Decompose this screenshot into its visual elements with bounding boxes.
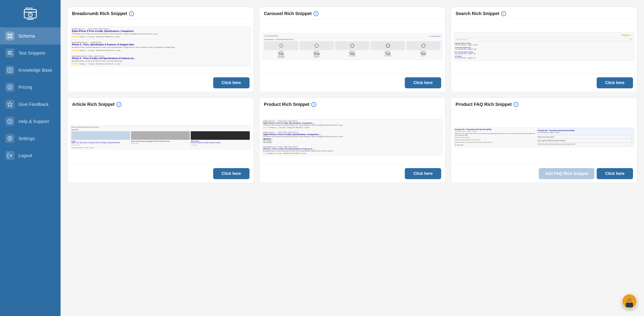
give-feedback-label: Give Feedback — [18, 102, 49, 107]
svg-rect-13 — [8, 53, 11, 53]
knowledge-base-icon — [6, 66, 14, 75]
card-carousel: Carousel Rich Snippet i 🔍 g shock watche… — [259, 7, 446, 92]
snippets-grid: Breadcrumb Rich Snippet i gadgets.ndtv.c… — [67, 7, 637, 183]
card-product-title: Product Rich Snippet — [264, 102, 310, 107]
product-faq-info-icon[interactable]: i — [514, 102, 518, 107]
card-search-title: Search Rich Snippet — [456, 11, 499, 16]
sidebar-item-knowledge-base[interactable]: Knowledge Base — [0, 62, 60, 79]
svg-rect-9 — [10, 34, 12, 36]
breadcrumb-info-icon[interactable]: i — [129, 11, 134, 16]
sidebar-item-settings[interactable]: Settings — [0, 130, 60, 147]
card-article-title: Article Rich Snippet — [72, 102, 115, 107]
card-article-footer: Click here — [68, 165, 254, 183]
card-product: Product Rich Snippet i gadgets.ndtv.com … — [259, 98, 446, 183]
svg-rect-14 — [8, 54, 10, 54]
help-support-label: Help & Support — [18, 119, 49, 124]
search-info-icon[interactable]: i — [501, 11, 506, 16]
pricing-label: Pricing — [18, 85, 32, 90]
svg-text:$: $ — [9, 86, 11, 89]
svg-point-25 — [9, 138, 11, 139]
svg-point-30 — [350, 44, 354, 47]
card-article-preview: About 31,20,00,000 results (0.48 seconds… — [68, 110, 254, 165]
svg-point-28 — [280, 45, 282, 47]
breadcrumb-click-here-button[interactable]: Click here — [213, 77, 250, 88]
card-article: Article Rich Snippet i About 31,20,00,00… — [67, 98, 254, 183]
card-product-faq: Product FAQ Rich Snippet i Example Site … — [451, 98, 637, 183]
card-search-footer: Click here — [451, 74, 637, 92]
card-product-faq-preview: Example Site · Frequently Asked Question… — [451, 110, 637, 165]
card-article-header: Article Rich Snippet i — [68, 98, 254, 110]
card-breadcrumb-title: Breadcrumb Rich Snippet — [72, 11, 127, 16]
sidebar-item-schema[interactable]: Schema — [0, 28, 60, 45]
sidebar-item-test-snippets[interactable]: Test Snippets — [0, 45, 60, 62]
logout-icon — [6, 151, 14, 160]
search-click-here-button[interactable]: Click here — [597, 77, 633, 88]
sidebar-logo — [0, 0, 60, 28]
card-breadcrumb-footer: Click here — [68, 74, 254, 92]
carousel-info-icon[interactable]: i — [314, 11, 318, 16]
floating-avatar[interactable] — [622, 293, 637, 309]
main-content: Breadcrumb Rich Snippet i gadgets.ndtv.c… — [60, 0, 644, 316]
test-snippets-label: Test Snippets — [18, 51, 45, 56]
test-snippets-icon — [6, 49, 14, 58]
schema-label: Schema — [18, 34, 35, 39]
svg-rect-8 — [8, 34, 10, 36]
svg-rect-11 — [10, 36, 12, 38]
card-search-header: Search Rich Snippet i — [451, 7, 637, 19]
card-breadcrumb-preview: gadgets.ndtv.com › ... › Phone Finder › … — [68, 19, 254, 74]
pricing-icon: $ — [6, 83, 14, 92]
schema-icon — [6, 32, 14, 41]
add-faq-button[interactable]: Add FAQ Rich Snippet — [539, 168, 594, 179]
product-click-here-button[interactable]: Click here — [405, 168, 441, 179]
svg-point-27 — [279, 44, 283, 47]
give-feedback-icon — [6, 100, 14, 109]
article-click-here-button[interactable]: Click here — [213, 168, 250, 179]
sidebar-item-pricing[interactable]: $ Pricing — [0, 79, 60, 96]
knowledge-base-label: Knowledge Base — [18, 68, 52, 73]
help-support-icon: ? — [6, 117, 14, 126]
svg-point-31 — [386, 44, 390, 47]
settings-icon — [6, 134, 14, 143]
svg-marker-3 — [30, 14, 31, 15]
card-carousel-footer: Click here — [260, 74, 446, 92]
card-product-faq-header: Product FAQ Rich Snippet i — [451, 98, 637, 110]
svg-line-16 — [12, 55, 12, 55]
sidebar-item-help-support[interactable]: ? Help & Support — [0, 113, 60, 130]
sidebar-item-give-feedback[interactable]: Give Feedback — [0, 96, 60, 113]
svg-point-35 — [627, 298, 632, 303]
sidebar-navigation: Schema Test Snippets — [0, 28, 60, 316]
product-faq-click-here-button[interactable]: Click here — [597, 168, 633, 179]
svg-text:?: ? — [9, 120, 11, 123]
card-product-faq-footer: Add FAQ Rich Snippet Click here — [451, 165, 637, 183]
card-product-faq-title: Product FAQ Rich Snippet — [456, 102, 512, 107]
card-search: Search Rich Snippet i Flipkart ↗ Search … — [451, 7, 637, 92]
card-search-preview: Flipkart ↗ Search Flipkart 🔍 Flipkart Of… — [451, 19, 637, 74]
card-product-preview: gadgets.ndtv.com › ... › Phone Finder › … — [260, 110, 446, 165]
sidebar: Schema Test Snippets — [0, 0, 60, 316]
card-carousel-preview: 🔍 g shock watches 🔍 g shock watches Casi… — [260, 19, 446, 74]
article-info-icon[interactable]: i — [116, 102, 122, 107]
product-info-icon[interactable]: i — [311, 102, 316, 107]
svg-rect-12 — [8, 51, 12, 52]
carousel-click-here-button[interactable]: Click here — [405, 77, 441, 88]
card-product-footer: Click here — [260, 165, 446, 183]
logout-label: Logout — [18, 153, 32, 158]
card-breadcrumb: Breadcrumb Rich Snippet i gadgets.ndtv.c… — [67, 7, 254, 92]
svg-rect-10 — [8, 36, 10, 38]
card-carousel-header: Carousel Rich Snippet i — [260, 7, 446, 19]
svg-point-32 — [422, 44, 425, 47]
settings-label: Settings — [18, 136, 34, 141]
sidebar-item-logout[interactable]: Logout — [0, 147, 60, 164]
card-breadcrumb-header: Breadcrumb Rich Snippet i — [68, 7, 254, 19]
card-product-header: Product Rich Snippet i — [260, 98, 446, 110]
svg-point-29 — [315, 44, 318, 47]
card-carousel-title: Carousel Rich Snippet — [264, 11, 312, 16]
